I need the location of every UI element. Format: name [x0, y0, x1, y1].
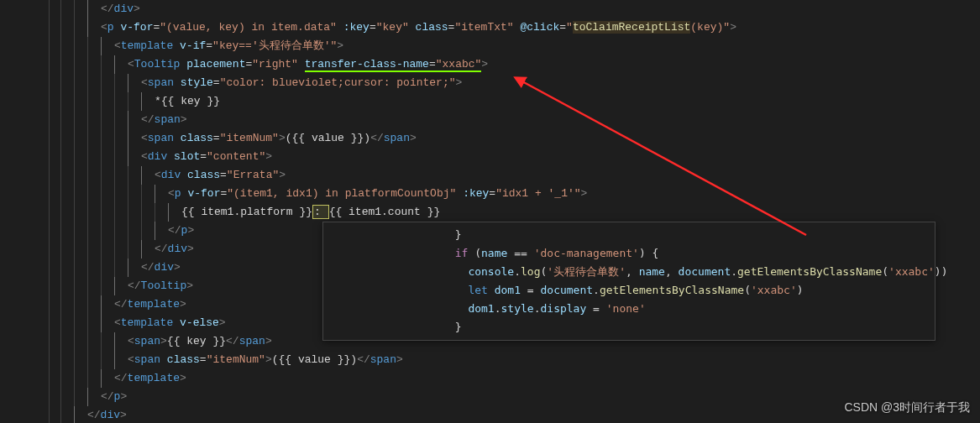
hover-definition-popup[interactable]: } if (name == 'doc-management') { consol… — [322, 222, 935, 341]
code-line[interactable]: <span class="itemNum">({{ value }})</spa… — [60, 129, 980, 148]
code-line[interactable]: <div class="Errata"> — [60, 166, 980, 185]
popup-line: } — [330, 318, 928, 337]
folding-gutter[interactable] — [40, 0, 57, 423]
code-content[interactable]: </div> <p v-for="(value, key) in item.da… — [57, 0, 980, 423]
code-line[interactable]: <span style="color: blueviolet;cursor: p… — [60, 74, 980, 92]
code-editor[interactable]: </div> <p v-for="(value, key) in item.da… — [0, 0, 980, 423]
code-line[interactable]: </div> — [60, 0, 980, 18]
code-line[interactable]: <p v-for="(item1, idx1) in platformCount… — [60, 185, 980, 203]
line-number-gutter — [0, 0, 40, 423]
code-line[interactable]: </template> — [60, 369, 980, 388]
popup-line: dom1.style.display = 'none' — [330, 300, 928, 318]
code-line[interactable]: <span class="itemNum">({{ value }})</spa… — [60, 351, 980, 369]
watermark-text: CSDN @3时间行者于我 — [844, 398, 970, 416]
code-line[interactable]: </span> — [60, 111, 980, 129]
code-line[interactable]: *{{ key }} — [60, 92, 980, 111]
popup-line: if (name == 'doc-management') { — [330, 244, 928, 263]
popup-line: console.log('头程待合单数', name, document.get… — [330, 263, 928, 281]
popup-line: } — [330, 226, 928, 244]
code-line[interactable]: <p v-for="(value, key) in item.data" :ke… — [60, 18, 980, 37]
code-line[interactable]: <Tooltip placement="right" transfer-clas… — [60, 55, 980, 74]
code-line[interactable]: <template v-if="key=='头程待合单数'"> — [60, 37, 980, 55]
code-line[interactable]: </p> — [60, 388, 980, 406]
code-line[interactable]: </div> — [60, 406, 980, 423]
code-line[interactable]: {{ item1.platform }}: {{ item1.count }} — [60, 203, 980, 222]
code-line[interactable]: <div slot="content"> — [60, 148, 980, 166]
popup-line: let dom1 = document.getElementsByClassNa… — [330, 281, 928, 300]
